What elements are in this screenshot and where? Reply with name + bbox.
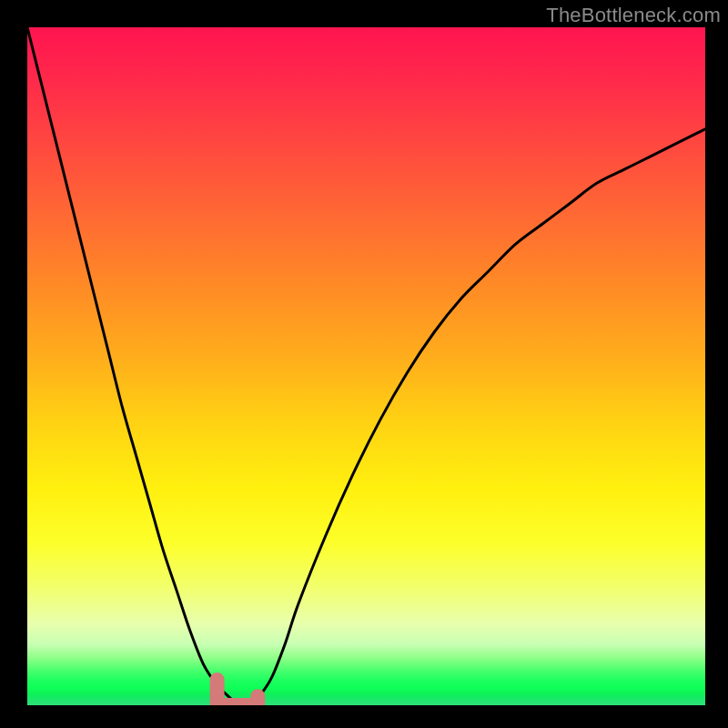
bottleneck-curve-svg [27,27,705,705]
chart-frame: TheBottleneck.com [0,0,728,728]
bottleneck-curve [27,27,705,705]
watermark-text: TheBottleneck.com [546,4,721,27]
plot-area [27,27,705,705]
minimum-marker [217,680,258,705]
